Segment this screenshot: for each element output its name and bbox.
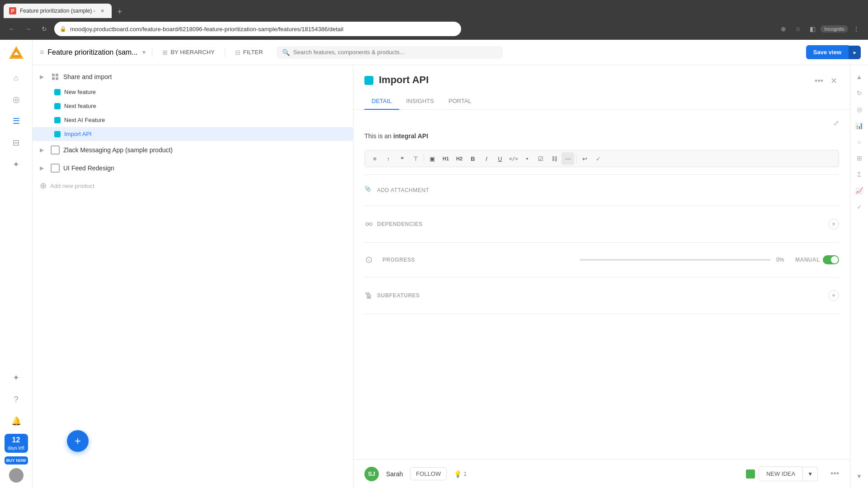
right-sidebar-graph-icon[interactable]: 📈 <box>853 184 866 197</box>
new-idea-color-dot <box>746 469 755 479</box>
product-group-header[interactable]: ▶ Zlack Messaging App (sample product) <box>33 141 353 159</box>
idea-count[interactable]: 💡 1 <box>454 470 467 478</box>
search-bar[interactable]: 🔍 <box>277 46 503 59</box>
manual-toggle-switch[interactable] <box>823 255 839 264</box>
feature-item-selected[interactable]: Import API <box>33 127 353 141</box>
new-tab-button[interactable]: + <box>113 5 126 18</box>
tab-insights[interactable]: INSIGHTS <box>399 93 441 110</box>
right-sidebar-table-icon[interactable]: ⊞ <box>853 152 866 164</box>
new-idea-dropdown-button[interactable]: ▼ <box>803 467 818 481</box>
incognito-badge[interactable]: Incognito <box>821 25 848 33</box>
new-idea-button[interactable]: NEW IDEA <box>759 466 803 481</box>
fmt-check-list-button[interactable]: ☑ <box>534 152 547 165</box>
extensions-icon[interactable]: ◧ <box>806 23 819 35</box>
fmt-divider-button[interactable]: ⊤ <box>409 152 422 165</box>
view-title[interactable]: ≡ Feature prioritization (sam... ▼ <box>40 48 146 56</box>
sidebar-compass-button[interactable]: ✦ <box>7 155 25 174</box>
right-sidebar-circle-icon[interactable]: ○ <box>853 136 866 148</box>
right-sidebar-chart-icon[interactable]: 📊 <box>853 119 866 132</box>
fmt-bold-button[interactable]: B <box>467 152 479 165</box>
sidebar-help-button[interactable]: ? <box>7 390 25 408</box>
product-group-header-2[interactable]: ▶ UI Feed Redesign <box>33 159 353 177</box>
dependencies-icon <box>364 220 373 229</box>
fmt-h1-button[interactable]: H1 <box>439 152 452 165</box>
fmt-italic-button[interactable]: I <box>480 152 493 165</box>
search-input[interactable] <box>293 49 497 56</box>
expand-icon[interactable]: ⤢ <box>833 119 839 127</box>
right-sidebar-scroll-up[interactable]: ▲ <box>853 70 866 83</box>
right-sidebar-target-icon[interactable]: ◎ <box>853 103 866 116</box>
right-sidebar-sigma-icon[interactable]: Σ <box>853 168 866 181</box>
detail-color-indicator[interactable] <box>364 76 373 85</box>
fmt-code-button[interactable]: </> <box>507 152 520 165</box>
browser-menu-icon[interactable]: ⋮ <box>850 23 863 35</box>
feature-item[interactable]: Next feature <box>33 99 353 113</box>
fmt-undo-button[interactable]: ↩ <box>578 152 591 165</box>
browser-tab-active[interactable]: P Feature prioritization (sample) - ✕ <box>4 4 112 18</box>
sidebar-sparkle-icon[interactable]: ✦ <box>7 369 25 387</box>
detail-close-button[interactable]: ✕ <box>829 74 839 88</box>
view-title-dropdown-icon: ▼ <box>142 49 147 56</box>
fmt-approve-button[interactable]: ✓ <box>592 152 604 165</box>
save-view-dropdown-button[interactable]: ▸ <box>849 46 861 59</box>
address-bar[interactable]: 🔒 moodjoy.productboard.com/feature-board… <box>54 22 461 36</box>
hierarchy-label: BY HIERARCHY <box>170 49 214 56</box>
detail-more-button[interactable]: ••• <box>813 75 825 88</box>
user-avatar[interactable] <box>9 468 24 483</box>
right-sidebar-scroll-down[interactable]: ▼ <box>853 470 866 483</box>
trial-badge[interactable]: 12 days left <box>5 434 28 453</box>
cast-icon[interactable]: ⊕ <box>777 23 790 35</box>
app-logo[interactable] <box>8 45 24 61</box>
tab-close-button[interactable]: ✕ <box>99 7 106 14</box>
follow-button[interactable]: FOLLOW <box>410 467 447 480</box>
sidebar-bell-button[interactable]: 🔔 <box>7 412 25 430</box>
add-product-row[interactable]: ⊕ Add new product <box>33 177 353 194</box>
svg-rect-15 <box>367 295 371 296</box>
feature-item-name: Import API <box>64 131 92 137</box>
filter-button[interactable]: ⊟ FILTER <box>231 46 268 59</box>
dependencies-add-button[interactable]: + <box>828 219 839 230</box>
fmt-h2-button[interactable]: H2 <box>453 152 466 165</box>
attachment-row[interactable]: 📎 ADD ATTACHMENT <box>364 182 839 198</box>
svg-rect-6 <box>56 74 58 76</box>
fab-add-button[interactable]: + <box>67 430 89 452</box>
buy-now-button[interactable]: BUY NOW <box>5 456 28 465</box>
subfeatures-add-button[interactable]: + <box>828 290 839 301</box>
fmt-divider-2 <box>576 154 576 163</box>
fmt-link-button[interactable]: ⛓ <box>548 152 561 165</box>
back-button[interactable]: ← <box>5 23 18 35</box>
forward-button[interactable]: → <box>22 23 34 35</box>
sidebar-filter-button[interactable]: ⊟ <box>7 134 25 152</box>
tab-detail[interactable]: DETAIL <box>364 93 399 110</box>
fmt-quote-button[interactable]: ❝ <box>396 152 408 165</box>
fmt-bullet-list-button[interactable]: • <box>521 152 533 165</box>
fmt-table-button[interactable]: ≡ <box>368 152 381 165</box>
progress-row: % PROGRESS 0% MANUAL <box>364 250 839 270</box>
sidebar-list-button[interactable]: ☰ <box>7 112 25 130</box>
right-sidebar-check-icon[interactable]: ✓ <box>853 201 866 213</box>
detail-header: Import API ••• ✕ <box>354 65 850 88</box>
bottom-more-button[interactable]: ••• <box>830 469 839 479</box>
tab-portal[interactable]: PORTAL <box>441 93 479 110</box>
sidebar-home-button[interactable]: ⌂ <box>7 69 25 87</box>
dependencies-section: DEPENDENCIES + <box>364 213 839 235</box>
feature-item-name: New feature <box>64 89 96 95</box>
feature-list: ▶ Share and import <box>33 65 354 488</box>
feature-item[interactable]: New feature <box>33 85 353 99</box>
bookmark-icon[interactable]: ☆ <box>792 23 804 35</box>
content-area: ▶ Share and import <box>33 65 868 488</box>
product-group-name: Zlack Messaging App (sample product) <box>63 146 173 154</box>
save-view-button[interactable]: Save view <box>806 45 849 59</box>
fmt-more-button[interactable]: ⋯ <box>561 152 574 165</box>
fmt-block-button[interactable]: ▣ <box>426 152 439 165</box>
hierarchy-button[interactable]: ⊞ BY HIERARCHY <box>158 46 219 59</box>
reload-button[interactable]: ↻ <box>38 23 51 35</box>
feature-group-header[interactable]: ▶ Share and import <box>33 69 353 85</box>
subfeatures-icon <box>364 291 373 300</box>
feature-group-share-import: ▶ Share and import <box>33 69 353 141</box>
fmt-underline-button[interactable]: U <box>494 152 506 165</box>
feature-item[interactable]: Next AI Feature <box>33 113 353 127</box>
fmt-move-up-button[interactable]: ↑ <box>382 152 395 165</box>
sidebar-target-button[interactable]: ◎ <box>7 90 25 108</box>
right-sidebar-reload-icon[interactable]: ↻ <box>853 87 866 99</box>
